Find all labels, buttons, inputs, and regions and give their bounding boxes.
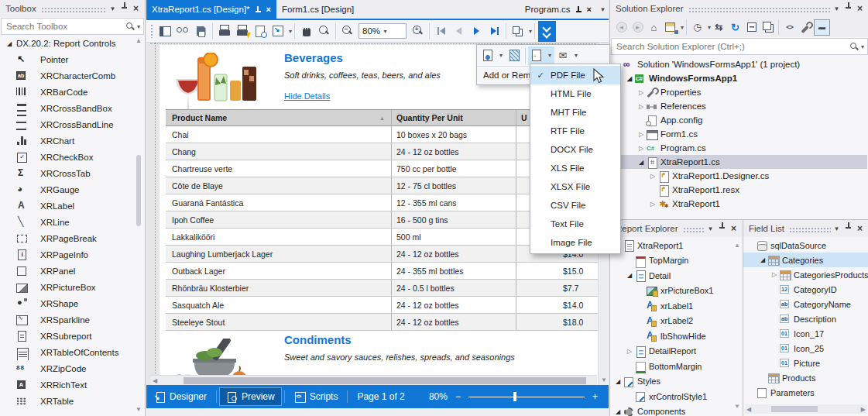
expander-icon[interactable] xyxy=(770,271,779,278)
tree-item[interactable]: Categories xyxy=(743,253,868,267)
toolbox-item[interactable]: XRCheckBox xyxy=(0,149,145,165)
quick-print-icon[interactable] xyxy=(233,22,251,40)
preview-tab-button[interactable]: Preview xyxy=(219,387,282,406)
tab-list-chevron-icon[interactable]: ▾ xyxy=(597,0,609,19)
chevron-down-icon[interactable]: ▾ xyxy=(861,43,864,50)
magnifier-icon[interactable] xyxy=(315,22,333,40)
tab-form1[interactable]: Form1.cs [Design] xyxy=(276,0,359,19)
menu-item[interactable]: MHT File xyxy=(530,103,620,122)
expander-icon[interactable] xyxy=(625,348,634,355)
tree-item[interactable]: Program.cs xyxy=(610,141,867,155)
drag-handle[interactable] xyxy=(683,227,705,232)
tree-item[interactable]: sqlDataSource xyxy=(743,238,868,253)
expander-icon[interactable] xyxy=(625,272,634,279)
field-list-header[interactable]: Field List ▾ × xyxy=(743,220,868,237)
chevron-down-icon[interactable]: ▾ xyxy=(496,46,506,65)
view-code-icon[interactable]: <> xyxy=(781,19,798,36)
tree-item[interactable]: Parameters xyxy=(743,385,868,400)
toolbox-item[interactable]: XRCharacterComb xyxy=(0,67,145,84)
save-icon[interactable] xyxy=(192,22,210,40)
menu-item[interactable]: RTF File xyxy=(530,122,620,140)
menu-item[interactable]: HTML File xyxy=(530,84,620,103)
expander-icon[interactable] xyxy=(625,75,634,82)
back-icon[interactable]: ◂ xyxy=(613,19,630,36)
drag-handle[interactable] xyxy=(688,7,831,12)
search-icon[interactable] xyxy=(125,22,135,31)
hand-tool-icon[interactable] xyxy=(297,22,315,40)
menu-item[interactable]: XLS File xyxy=(530,159,620,177)
toolbox-item[interactable]: XRCrossBandBox xyxy=(0,100,145,116)
home-icon[interactable]: ⌂ xyxy=(646,19,662,36)
tree-item[interactable]: CategoriesProducts xyxy=(743,267,868,282)
column-header-product-name[interactable]: Product Name ▲ xyxy=(166,110,392,125)
toolbox-item[interactable]: XRCrossTab xyxy=(0,165,145,181)
document-map-icon[interactable] xyxy=(156,22,174,40)
tree-item[interactable]: Properties xyxy=(610,85,867,99)
expander-icon[interactable] xyxy=(636,159,646,166)
toolbox-item[interactable]: XRSparkline xyxy=(0,311,145,328)
first-page-icon[interactable] xyxy=(432,22,450,40)
toolbox-header[interactable]: Toolbox ▾ × xyxy=(0,0,145,17)
search-icon[interactable] xyxy=(174,22,192,40)
tree-item[interactable]: lbShowHide xyxy=(610,328,743,344)
expander-icon[interactable] xyxy=(636,145,646,152)
pin-icon[interactable] xyxy=(716,220,728,237)
scroll-down-icon[interactable]: ▼ xyxy=(136,406,142,413)
scroll-up-icon[interactable]: ▲ xyxy=(734,242,740,249)
close-icon[interactable]: × xyxy=(854,3,866,14)
collapse-all-icon[interactable] xyxy=(743,19,760,36)
drag-handle[interactable] xyxy=(789,227,831,232)
chevron-down-icon[interactable]: ▾ xyxy=(571,46,581,65)
chevron-down-icon[interactable]: ▾ xyxy=(529,28,532,35)
report-explorer-header[interactable]: Report Explorer ▾ × xyxy=(610,220,743,237)
solution-explorer-header[interactable]: Solution Explorer ▾ × xyxy=(610,0,868,17)
page-background-icon[interactable] xyxy=(506,46,523,65)
tree-item[interactable]: xrLabel1 xyxy=(610,298,743,314)
pin-icon[interactable] xyxy=(842,220,854,237)
send-via-email-icon[interactable] xyxy=(554,46,571,65)
toolbox-item[interactable]: XRTableOfContents xyxy=(0,344,145,360)
close-icon[interactable]: × xyxy=(587,4,592,15)
toolbox-item[interactable]: XRPictureBox xyxy=(0,279,145,295)
menu-item[interactable]: Text File xyxy=(530,215,620,233)
tree-item[interactable]: Form1.cs xyxy=(610,127,867,141)
scrollbar-thumb[interactable] xyxy=(771,406,818,412)
zoom-out-button[interactable]: − xyxy=(455,391,461,402)
toolbox-item[interactable]: XRGauge xyxy=(0,181,145,198)
watermark-icon[interactable] xyxy=(479,46,496,65)
zoom-slider[interactable] xyxy=(468,391,585,402)
export-document-icon[interactable] xyxy=(528,46,545,65)
tree-item[interactable]: Components xyxy=(610,404,743,416)
horizontal-scrollbar[interactable]: ◀ xyxy=(151,375,597,385)
tree-item[interactable]: Styles xyxy=(610,374,743,390)
tree-item[interactable]: CategoryID xyxy=(743,282,868,297)
toolbox-item[interactable]: XRCrossBandLine xyxy=(0,116,145,132)
tree-item[interactable]: xrPictureBox1 xyxy=(610,284,743,299)
close-icon[interactable]: × xyxy=(266,4,271,15)
toolbox-item[interactable]: XRSubreport xyxy=(0,328,145,344)
tree-item[interactable]: Products xyxy=(743,370,868,385)
expander-icon[interactable] xyxy=(636,103,646,110)
toolbar-grip[interactable] xyxy=(150,24,154,38)
solution-explorer-search[interactable]: Search Solution Explorer (Ctrl+;) ▾ xyxy=(611,38,868,55)
field-list-horizontal-scrollbar[interactable]: ◀ ▶ xyxy=(745,404,867,414)
column-header-quantity[interactable]: Quantity Per Unit xyxy=(392,110,516,125)
toolbox-item[interactable]: XRRichText xyxy=(0,376,145,393)
expander-icon[interactable] xyxy=(613,408,623,415)
tree-item[interactable]: Detail xyxy=(610,268,743,284)
tree-item[interactable]: XtraReport1.Designer.cs xyxy=(610,169,867,183)
show-all-files-icon[interactable] xyxy=(760,19,776,36)
properties-icon[interactable] xyxy=(798,19,814,36)
tree-item[interactable]: xrLabel2 xyxy=(610,314,743,329)
zoom-in-button[interactable]: + xyxy=(592,391,598,402)
expander-icon[interactable] xyxy=(758,256,767,263)
toolbox-item[interactable]: XRZipCode xyxy=(0,360,145,376)
window-position-icon[interactable]: ▾ xyxy=(705,220,716,237)
expander-icon[interactable] xyxy=(648,173,657,180)
menu-item[interactable]: Image File xyxy=(530,233,620,252)
pin-icon[interactable] xyxy=(842,0,854,17)
pin-icon[interactable] xyxy=(254,4,262,15)
toolbox-item[interactable]: XRBarCode xyxy=(0,84,145,100)
chevron-down-icon[interactable]: ▾ xyxy=(384,28,403,35)
tree-item[interactable]: XtraReport1.resx xyxy=(610,183,867,197)
